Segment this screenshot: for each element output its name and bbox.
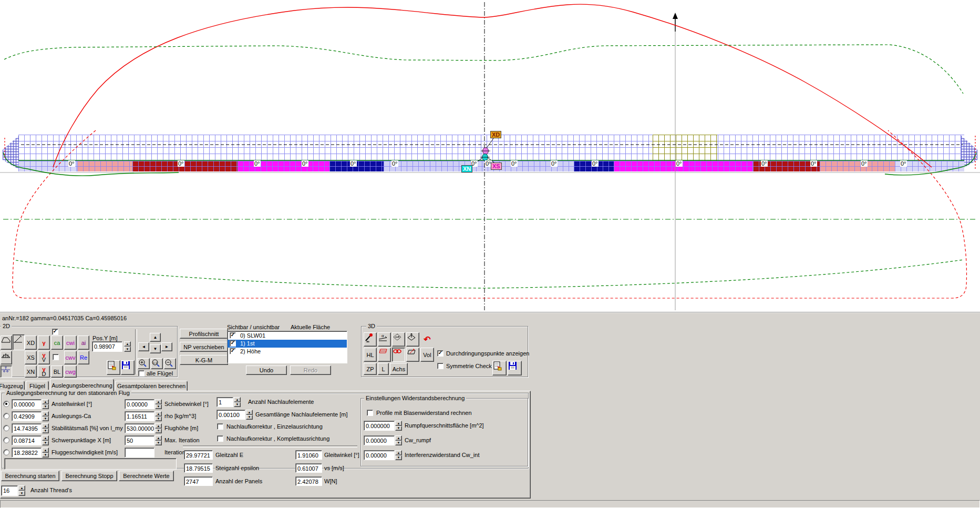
ai-button[interactable]: ai [78,336,89,350]
surface-visible-checkbox[interactable] [230,340,236,347]
spin-down-icon[interactable]: ▼ [155,441,162,446]
xn-marker[interactable]: XN [461,165,472,172]
spin-up-icon[interactable]: ▲ [155,423,162,429]
posy-input[interactable]: 0.98907 [92,341,122,352]
hl-button[interactable]: HL [364,348,377,362]
surface-visible-checkbox[interactable] [230,348,236,354]
schiebewinkel-spinner[interactable]: ▲▼ [155,399,162,409]
spin-down-icon[interactable]: ▼ [155,429,162,434]
pan-up-button[interactable]: ▲ [150,333,161,342]
move-3d-button[interactable] [406,332,419,347]
spin-up-icon[interactable]: ▲ [42,411,49,416]
list-item-label[interactable]: 0) SLW01 [240,332,265,339]
spin-down-icon[interactable]: ▼ [395,455,402,461]
spin-up-icon[interactable]: ▲ [395,450,402,455]
cw-int-spinner[interactable]: ▲▼ [395,450,402,460]
cwv-button[interactable]: cwv [64,351,77,364]
surface-visible-checkbox[interactable] [230,332,236,339]
radio-schwerpunktlage[interactable] [3,437,9,443]
xd-marker[interactable]: XD [490,131,501,138]
rho-input[interactable]: 1.16511 [125,411,154,421]
radio-anstellwinkel[interactable] [3,401,9,407]
cw-rumpf-input[interactable]: 0.00000 [364,435,395,445]
wing-outline-tool-button[interactable] [1,336,12,350]
spin-down-icon[interactable]: ▼ [124,347,131,352]
spin-up-icon[interactable]: ▲ [155,399,162,404]
durchdringung-checkbox[interactable] [437,350,443,357]
redo-button[interactable]: Redo [290,365,331,375]
pan-down-button[interactable]: ▼ [150,344,161,353]
rumpfquerschnitt-spinner[interactable]: ▲▼ [395,421,402,431]
iterationsschritt-field[interactable] [125,448,154,458]
export-report-button[interactable] [107,360,120,375]
xd-button[interactable]: XD [25,336,37,350]
zoom-in-button[interactable] [138,358,150,369]
profilschnitt-button[interactable]: Profilschnitt [180,329,228,339]
angle-tool-button[interactable] [13,334,25,350]
spin-down-icon[interactable]: ▼ [42,429,49,434]
spin-up-icon[interactable]: ▲ [234,397,241,402]
rho-spinner[interactable]: ▲▼ [155,411,162,421]
schwerpunktlage-input[interactable]: 0.08714 [12,435,42,445]
gamma-v-button[interactable]: γV [38,351,50,364]
cwv-visibility-checkbox[interactable] [53,354,59,360]
mesh-paint-button[interactable] [364,332,377,347]
bl-button[interactable]: BL [51,365,63,378]
nachlauf-komplett-checkbox[interactable] [217,435,223,442]
zoom-out-button[interactable] [164,358,176,369]
radio-auslegungs-ca[interactable] [3,413,9,419]
alle-fluegel-checkbox[interactable] [138,370,145,377]
spin-up-icon[interactable]: ▲ [42,399,49,404]
spin-down-icon[interactable]: ▼ [395,426,402,431]
save-button[interactable] [121,360,135,375]
fluggeschwindigkeit-input[interactable]: 18.28822 [12,448,42,458]
zoom-1to1-button[interactable]: 1:1 [151,358,163,369]
spin-up-icon[interactable]: ▲ [155,411,162,416]
tab-auslegungsberechnung[interactable]: Auslegungsberechnung [50,379,114,391]
flughoehe-input[interactable]: 530.00000 [125,423,154,433]
cwi-button[interactable]: cwi [64,336,77,350]
spin-up-icon[interactable]: ▲ [395,421,402,426]
spin-up-icon[interactable]: ▲ [42,448,49,453]
max-iteration-spinner[interactable]: ▲▼ [155,435,162,445]
panel-arrow-button[interactable] [406,348,419,362]
drawing-canvas[interactable]: 0°0°0°0°0°0°0°0°0°0°0°0°0°0°0°0° XDXSXN [0,0,980,312]
surface-red-button[interactable] [378,348,391,362]
list-item-label[interactable]: 1) 1st [240,340,255,347]
l-button[interactable]: L [378,363,389,375]
nachlauf-einzel-checkbox[interactable] [217,423,223,430]
gesamtlaenge-spinner[interactable]: ▲▼ [246,410,253,420]
spin-down-icon[interactable]: ▼ [155,404,162,410]
pan-right-button[interactable]: ► [161,342,172,351]
rumpfquerschnitt-input[interactable]: 0.000000 [364,421,395,431]
max-iteration-input[interactable]: 50 [125,435,154,445]
spin-down-icon[interactable]: ▼ [234,402,241,408]
threads-spinner[interactable]: ▲▼ [18,485,25,496]
chain-link-button[interactable] [392,348,405,362]
flughoehe-spinner[interactable]: ▲▼ [155,423,162,433]
gamma-button[interactable]: γ [38,336,50,350]
spin-down-icon[interactable]: ▼ [42,441,49,446]
spin-down-icon[interactable]: ▼ [18,491,25,496]
gamma-d-button[interactable]: γD [38,365,50,378]
zp-button[interactable]: ZP [364,363,377,375]
posy-spinner[interactable]: ▲▼ [124,341,131,352]
auslegungs-ca-spinner[interactable]: ▲▼ [42,411,49,421]
spin-down-icon[interactable]: ▼ [42,404,49,410]
re-button[interactable]: Re [78,351,89,364]
achs-button[interactable]: Achs [390,363,408,375]
spin-up-icon[interactable]: ▲ [155,435,162,441]
vol-button[interactable]: Vol [420,348,434,362]
save-3d-button[interactable] [508,361,522,375]
kgm-button[interactable]: K-G-M [180,355,228,365]
anstellwinkel-spinner[interactable]: ▲▼ [42,399,49,409]
spin-up-icon[interactable]: ▲ [124,341,131,347]
anzahl-nachlauf-spinner[interactable]: ▲▼ [234,397,241,407]
xs-marker[interactable]: XS [491,162,502,170]
list-item[interactable]: 2) Höhe [228,348,347,355]
schwerpunktlage-spinner[interactable]: ▲▼ [42,435,49,445]
spin-down-icon[interactable]: ▼ [155,416,162,422]
cw-rumpf-spinner[interactable]: ▲▼ [395,435,402,445]
list-item-selected[interactable]: 1) 1st [228,340,347,348]
cw-int-input[interactable]: 0.00000 [364,450,395,460]
